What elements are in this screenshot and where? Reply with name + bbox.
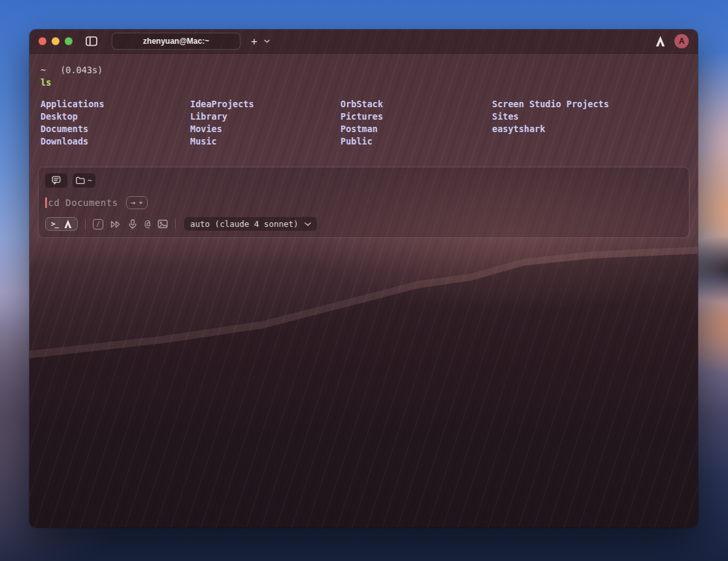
list-item: IdeaProjects [190, 98, 340, 110]
new-tab-button[interactable]: + [251, 36, 257, 47]
list-item: Pictures [340, 110, 492, 123]
list-item: Music [190, 135, 340, 148]
autofill-button[interactable] [110, 220, 121, 229]
microphone-icon [128, 219, 137, 230]
terminal-content: ~ (0.043s) ls Applications Desktop Docum… [29, 54, 698, 238]
fast-forward-icon [110, 220, 121, 229]
list-item: OrbStack [340, 98, 492, 110]
slash-commands-button[interactable]: / [93, 219, 103, 230]
toolbar-divider [175, 219, 176, 229]
prompt-line: ~ (0.043s) [38, 64, 689, 76]
sidebar-toggle-icon [86, 36, 97, 46]
list-item: Postman [340, 123, 492, 135]
directory-listing: Applications Desktop Documents Downloads… [38, 98, 689, 148]
model-selector-label: auto (claude 4 sonnet) [190, 219, 299, 229]
terminal-tab[interactable]: zhenyuan@Mac:~ [112, 33, 240, 50]
titlebar: zhenyuan@Mac:~ + A [29, 29, 698, 54]
image-icon [157, 219, 168, 229]
command-input-block[interactable]: ~ cd Documents → >_ [38, 167, 689, 238]
command-input-line[interactable]: cd Documents → [45, 196, 682, 209]
avatar-letter: A [679, 37, 685, 46]
chevron-down-icon [264, 39, 270, 43]
mode-switcher[interactable]: >_ [45, 217, 78, 231]
account-avatar[interactable]: A [674, 34, 689, 48]
sidebar-toggle-button[interactable] [86, 36, 97, 46]
traffic-lights [39, 37, 73, 45]
listing-column: Applications Desktop Documents Downloads [41, 98, 190, 148]
folder-icon [76, 177, 85, 184]
chevron-down-icon [139, 201, 143, 205]
warp-logo-icon [655, 36, 665, 46]
dictation-button[interactable] [128, 219, 137, 230]
list-item: Sites [492, 110, 609, 123]
text-cursor [45, 197, 47, 208]
mention-context-button[interactable]: @ [144, 219, 150, 229]
list-item: Downloads [41, 135, 190, 148]
comment-icon [52, 176, 61, 185]
command-text: ls [41, 76, 51, 89]
list-item: Desktop [41, 110, 190, 123]
toolbar-divider [85, 219, 86, 229]
chevron-down-icon [305, 222, 311, 226]
context-row: ~ [45, 173, 682, 188]
block-comment-button[interactable] [45, 173, 67, 188]
list-item: Applications [41, 98, 190, 110]
list-item: Documents [41, 123, 190, 135]
desktop: { "window": { "tab_title": "zhenyuan@Mac… [0, 0, 728, 561]
tab-list-button[interactable] [264, 39, 270, 43]
prompt-path: ~ [41, 64, 46, 76]
agent-mode-warp-icon [64, 220, 72, 228]
terminal-window: zhenyuan@Mac:~ + A ~ (0.043s) ls [29, 29, 698, 528]
working-directory-label: ~ [88, 177, 92, 185]
listing-column: IdeaProjects Library Movies Music [190, 98, 340, 148]
listing-column: Screen Studio Projects Sites easytshark [492, 98, 609, 148]
attach-image-button[interactable] [157, 219, 168, 229]
slash-icon: / [96, 220, 100, 228]
input-toolbar: >_ / [45, 217, 682, 231]
list-item: Movies [190, 123, 340, 135]
list-item: Library [190, 110, 340, 123]
prompt-duration: (0.043s) [60, 64, 103, 76]
terminal-mode-icon: >_ [51, 220, 58, 228]
list-item: Public [340, 135, 492, 148]
close-button[interactable] [39, 37, 46, 45]
run-command-button[interactable]: → [126, 196, 148, 209]
command-line: ls [38, 76, 689, 89]
autosuggestion-text: cd Documents [48, 197, 118, 208]
enter-arrow-icon: → [131, 199, 135, 207]
zoom-button[interactable] [65, 37, 73, 45]
working-directory-button[interactable]: ~ [73, 173, 95, 188]
model-selector[interactable]: auto (claude 4 sonnet) [184, 217, 317, 231]
plus-icon: + [251, 35, 257, 48]
at-icon: @ [144, 219, 150, 229]
list-item: easytshark [492, 123, 609, 135]
minimize-button[interactable] [52, 37, 59, 45]
listing-column: OrbStack Pictures Postman Public [340, 98, 492, 148]
tab-title: zhenyuan@Mac:~ [143, 37, 209, 46]
list-item: Screen Studio Projects [492, 98, 609, 110]
